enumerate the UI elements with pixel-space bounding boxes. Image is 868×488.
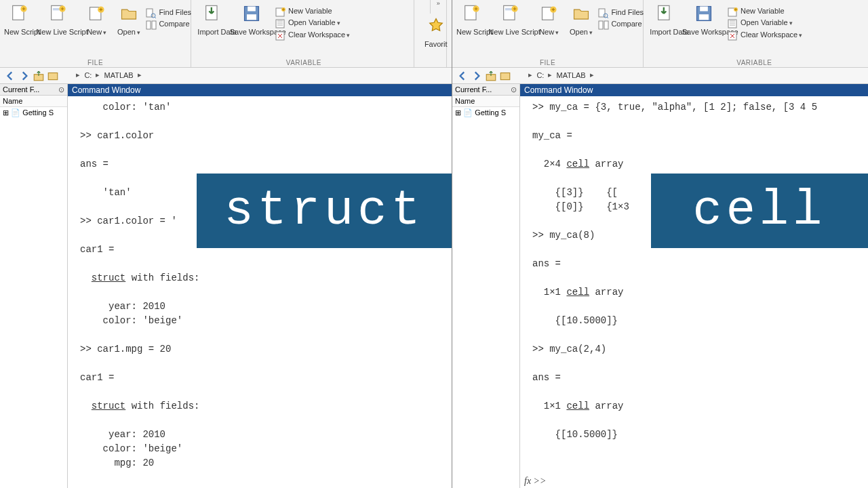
new-script-button[interactable]: New Script	[4, 3, 34, 36]
current-folder-title: Current F...⊙	[0, 84, 67, 96]
fx-prompt[interactable]: fx >>	[520, 474, 551, 488]
open-icon	[119, 4, 138, 23]
svg-rect-13	[248, 7, 256, 12]
current-folder-column[interactable]: Name	[452, 96, 519, 107]
svg-rect-20	[48, 73, 58, 80]
new-menu-label: New	[82, 28, 112, 37]
new-variable-button[interactable]: New Variable	[275, 5, 350, 17]
nav-up-button[interactable]	[485, 70, 497, 81]
compare-icon	[146, 20, 157, 30]
cell-overlay: cell	[651, 174, 868, 248]
svg-rect-28	[599, 9, 605, 17]
left-body: Current F...⊙ Name ⊞ 📄 Getting S Command…	[0, 84, 452, 488]
ribbon-overflow-button[interactable]: »	[430, 0, 446, 14]
clear-workspace-icon	[728, 30, 738, 41]
new-menu-button[interactable]: New	[82, 3, 112, 37]
new-variable-icon	[728, 7, 738, 18]
new-script-icon	[9, 4, 28, 23]
command-window-title: Command Window	[68, 84, 452, 96]
open-label: Open	[114, 28, 144, 37]
svg-rect-14	[247, 14, 256, 20]
new-live-script-button[interactable]: New Live Script	[488, 3, 532, 36]
import-data-button[interactable]: Import Data	[197, 3, 227, 36]
favorites-group: » Favorit	[417, 0, 447, 68]
nav-bar: ▸ C: ▸ MATLAB ▸	[452, 68, 868, 84]
save-workspace-icon	[242, 4, 261, 23]
variable-group: Import Data Save Workspace New Variable …	[193, 0, 414, 68]
nav-up-button[interactable]	[33, 70, 45, 81]
find-files-button[interactable]: Find Files	[598, 7, 644, 18]
nav-back-button[interactable]	[456, 70, 469, 81]
save-workspace-button[interactable]: Save Workspace	[682, 3, 726, 36]
nav-folder[interactable]: MATLAB	[557, 71, 586, 79]
find-files-button[interactable]: Find Files	[146, 7, 191, 18]
open-icon	[572, 4, 591, 23]
new-menu-icon	[540, 4, 559, 23]
save-workspace-button[interactable]: Save Workspace	[230, 3, 273, 36]
new-menu-button[interactable]: New	[534, 3, 564, 37]
file-group: New Script New Live Script New Open Find…	[452, 0, 644, 68]
import-data-label: Import Data	[650, 28, 679, 36]
nav-drive[interactable]: C:	[536, 71, 544, 79]
file-group: New Script New Live Script New Open Find…	[0, 0, 191, 68]
folder-icon: ⊞ 📄	[3, 108, 22, 117]
open-button[interactable]: Open	[114, 3, 144, 37]
file-group-label: FILE	[0, 59, 191, 66]
svg-rect-34	[700, 7, 708, 12]
open-variable-button[interactable]: Open Variable	[728, 17, 802, 29]
favorites-label: Favorit	[421, 40, 451, 48]
svg-rect-9	[146, 21, 151, 29]
list-item[interactable]: ⊞ 📄 Getting S	[452, 107, 519, 119]
new-live-script-icon	[48, 4, 67, 23]
ribbon: New Script New Live Script New Open Find…	[0, 0, 452, 68]
command-window: Command Window >> my_ca = {3, true, "alp…	[520, 84, 868, 488]
clear-workspace-icon	[275, 30, 286, 41]
clear-workspace-button[interactable]: Clear Workspace	[728, 29, 802, 41]
nav-sep-icon: ▸	[76, 70, 80, 79]
import-data-button[interactable]: Import Data	[650, 3, 679, 36]
command-window-title: Command Window	[520, 84, 868, 96]
svg-rect-31	[604, 21, 608, 29]
new-script-button[interactable]: New Script	[456, 3, 486, 36]
new-menu-icon	[87, 4, 106, 23]
ribbon: New Script New Live Script New Open Find…	[452, 0, 868, 68]
svg-rect-35	[699, 14, 709, 20]
clear-workspace-button[interactable]: Clear Workspace	[275, 29, 350, 41]
panel-menu-button[interactable]: ⊙	[511, 85, 517, 94]
command-window-body[interactable]: >> my_ca = {3, true, "alpha", [1 2]; fal…	[520, 96, 868, 488]
current-folder-column[interactable]: Name	[0, 96, 67, 107]
find-files-icon	[598, 8, 609, 19]
nav-forward-button[interactable]	[18, 70, 31, 81]
new-live-script-button[interactable]: New Live Script	[36, 3, 79, 36]
nav-drive[interactable]: C:	[84, 71, 92, 79]
new-live-script-icon	[500, 4, 519, 23]
new-live-script-label: New Live Script	[488, 28, 532, 36]
struct-overlay: struct	[197, 174, 452, 248]
find-files-icon	[146, 8, 157, 19]
compare-button[interactable]: Compare	[598, 18, 644, 30]
favorites-icon	[427, 16, 446, 35]
nav-back-button[interactable]	[4, 70, 16, 81]
svg-rect-7	[146, 9, 153, 17]
panel-menu-button[interactable]: ⊙	[58, 85, 64, 94]
nav-folder[interactable]: MATLAB	[104, 71, 134, 79]
compare-icon	[598, 20, 609, 30]
new-script-icon	[462, 4, 481, 23]
new-variable-button[interactable]: New Variable	[728, 5, 802, 17]
variable-group: Import Data Save Workspace New Variable …	[646, 0, 863, 68]
nav-bar: ▸ C: ▸ MATLAB ▸	[0, 68, 452, 84]
import-data-icon	[655, 4, 674, 23]
favorites-button[interactable]: Favorit	[421, 15, 451, 48]
current-folder-panel: Current F...⊙ Name ⊞ 📄 Getting S	[0, 84, 68, 488]
nav-browse-button[interactable]	[47, 70, 59, 81]
new-script-label: New Script	[4, 28, 34, 36]
open-button[interactable]: Open	[566, 3, 596, 37]
compare-button[interactable]: Compare	[146, 18, 191, 30]
list-item[interactable]: ⊞ 📄 Getting S	[0, 107, 67, 119]
open-variable-button[interactable]: Open Variable	[275, 17, 350, 29]
nav-forward-button[interactable]	[471, 70, 483, 81]
nav-browse-button[interactable]	[499, 70, 511, 81]
command-window-body[interactable]: color: 'tan' >> car1.color ans = 'tan' >…	[68, 96, 452, 488]
open-variable-icon	[728, 18, 738, 29]
import-data-label: Import Data	[197, 28, 227, 36]
